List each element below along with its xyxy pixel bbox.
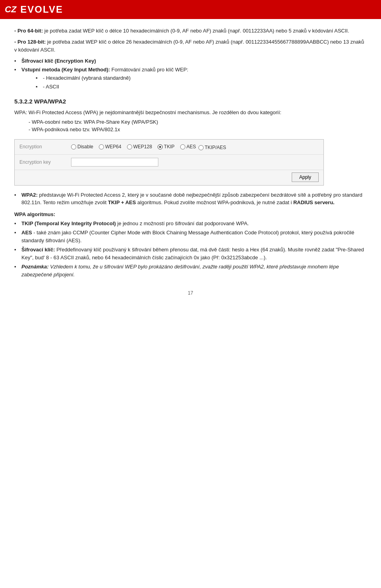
header: CZ EVOLVE (0, 0, 381, 19)
sifrovaci-klic-label: Šifrovací klíč: (21, 247, 55, 253)
radio-aes-label: AES (187, 144, 196, 149)
hex-item: - Hexadecimální (vybraná standardně) (36, 74, 367, 82)
tkip-item: TKIP (Temporal Key Integrity Protocol) j… (14, 220, 367, 228)
wpa2-info-list: WPA2: představuje Wi-Fi Protected Access… (14, 191, 367, 207)
pro64-label: - Pro 64-bit: (14, 28, 43, 34)
encryption-panel: Encryption Disable WEP64 (14, 139, 324, 186)
tkip-text: je jednou z možností pro šifrování dat p… (116, 220, 249, 226)
encryption-key-input[interactable] (71, 158, 158, 167)
wpa-categories: - WPA-osobní nebo tzv. WPA Pre-Share Key… (14, 118, 367, 134)
encryption-key-panel-label: Encryption key (19, 159, 71, 165)
wpa-item1: - WPA-osobní nebo tzv. WPA Pre-Share Key… (29, 118, 367, 126)
radio-tkip[interactable]: TKIP (158, 144, 175, 149)
wpa2-label: WPA2: představuje Wi-Fi Protected Access… (21, 192, 362, 206)
aes-label: AES (21, 230, 32, 236)
pro64-paragraph: - Pro 64-bit: je potřeba zadat WEP klíč … (14, 27, 367, 35)
encryption-key-input-wrap (71, 158, 158, 167)
radio-tkip-aes-circle (198, 145, 204, 150)
encryption-key-row: Encryption key (15, 155, 323, 170)
wpa-item2: - WPA-podniková nebo tzv. WPA/802.1x (29, 126, 367, 134)
ascii-item: - ASCII (36, 83, 367, 91)
header-cz: CZ (5, 4, 16, 15)
radio-disable[interactable]: Disable (71, 144, 93, 149)
encryption-panel-label: Encryption (19, 144, 71, 149)
radio-wep64[interactable]: WEP64 (99, 144, 121, 149)
radio-tkip-aes[interactable]: TKIP/AES (198, 145, 226, 150)
format-list: - Hexadecimální (vybraná standardně) - A… (21, 74, 367, 90)
radio-options-row2: TKIP/AES (198, 145, 226, 150)
radio-tkip-label: TKIP (164, 144, 175, 149)
radio-aes-circle (180, 144, 185, 149)
pro128-text: je potřeba zadat WEP klíč o délce 26 hex… (14, 39, 364, 53)
wpa2-item: WPA2: představuje Wi-Fi Protected Access… (14, 191, 367, 207)
aes-text: - také znám jako CCMP (Counter Cipher Mo… (21, 230, 354, 243)
radio-wep64-label: WEP64 (105, 144, 121, 149)
radio-disable-circle (71, 144, 76, 149)
wpa-heading: 5.3.2.2 WPA/WPA2 (14, 97, 367, 106)
wpa-intro-text: WPA: Wi-Fi Protected Access (WPA) je nej… (14, 109, 281, 115)
radio-wep128-circle (127, 144, 132, 149)
apply-row: Apply (15, 170, 323, 185)
radio-wep128-label: WEP128 (133, 144, 152, 149)
wpa-intro: WPA: Wi-Fi Protected Access (WPA) je nej… (14, 109, 367, 117)
pro128-label: - Pro 128-bit: (14, 39, 46, 45)
radio-disable-label: Disable (77, 144, 93, 149)
encryption-key-item: Šifrovací klíč (Encryption Key) (14, 57, 367, 65)
tkip-label: TKIP (Temporal Key Integrity Protocol) (21, 220, 116, 226)
wpa-algoritmus-heading: WPA algoritmus: (14, 211, 367, 217)
encryption-radio-group: Disable WEP64 WEP128 TKIP (71, 143, 226, 150)
poznamka-item: Poznámka: Vzhledem k tomu, že u šifrován… (14, 263, 367, 278)
encryption-bullet-list: Šifrovací klíč (Encryption Key) Vstupní … (14, 57, 367, 90)
aes-item: AES - také znám jako CCMP (Counter Ciphe… (14, 229, 367, 244)
radio-aes[interactable]: AES (180, 144, 196, 149)
encryption-row: Encryption Disable WEP64 (15, 140, 323, 155)
radio-tkip-aes-label: TKIP/AES (205, 145, 226, 150)
apply-button[interactable]: Apply (292, 172, 319, 182)
wpa-section: 5.3.2.2 WPA/WPA2 WPA: Wi-Fi Protected Ac… (14, 97, 367, 133)
header-logo: EVOLVE (20, 4, 63, 15)
radio-wep128[interactable]: WEP128 (127, 144, 152, 149)
page-number: 17 (14, 290, 367, 296)
radio-wep64-circle (99, 144, 104, 149)
poznamka-text: Poznámka: Vzhledem k tomu, že u šifrován… (21, 264, 339, 278)
sifrovaci-klic-text: Předdefinovaný klíč používaný k šifrován… (21, 247, 364, 260)
sifrovaci-klic-item: Šifrovací klíč: Předdefinovaný klíč použ… (14, 246, 367, 261)
pro64-text: je potřeba zadat WEP klíč o délce 10 hex… (43, 28, 349, 34)
wpa-algoritmus-list: TKIP (Temporal Key Integrity Protocol) j… (14, 220, 367, 279)
vstupni-label: Vstupní metoda (Key Input Method): (21, 67, 110, 73)
radio-options-row1: Disable WEP64 WEP128 TKIP (71, 144, 196, 149)
encryption-key-label: Šifrovací klíč (Encryption Key) (21, 58, 96, 64)
radio-tkip-circle (158, 144, 163, 149)
vstupni-text: Formátování znaků pro klíč WEP: (110, 67, 188, 73)
pro128-paragraph: - Pro 128-bit: je potřeba zadat WEP klíč… (14, 38, 367, 54)
vstupni-item: Vstupní metoda (Key Input Method): Formá… (14, 66, 367, 91)
